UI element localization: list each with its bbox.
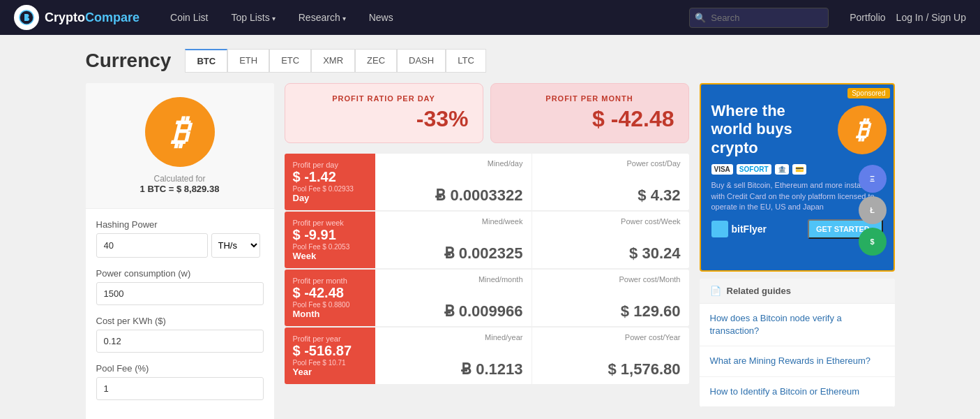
row-year-mined-value: Ƀ 0.1213 [384,360,523,378]
guide-item[interactable]: How does a Bitcoin node verify a transac… [700,304,895,346]
row-week-power: Power cost/Week $ 30.24 [532,212,689,268]
login-link[interactable]: Log In / Sign Up [896,12,966,23]
ad-sponsored-label: Sponsored [847,88,889,98]
cost-per-kwh-label: Cost per KWh ($) [96,316,264,326]
ad-footer: bitFlyer GET STARTED › [711,219,883,239]
calc-value: 1 BTC = $ 8,829.38 [140,184,220,194]
guide-item[interactable]: What are Mining Rewards in Ethereum? [700,346,895,376]
table-row: Profit per month $ -42.48 Pool Fee $ 0.8… [285,270,689,326]
row-week-label: Profit per week $ -9.91 Pool Fee $ 0.205… [285,212,375,268]
row-month-fee: Pool Fee $ 0.8800 [293,301,350,309]
row-week-mined: Mined/week Ƀ 0.002325 [375,212,532,268]
other-coin: $ [859,228,887,256]
row-month-power-label: Power cost/Month [541,275,681,284]
row-day-power: Power cost/Day $ 4.32 [532,154,689,210]
sofort-icon: SOFORT [737,164,771,175]
research-chevron [342,12,346,23]
hashing-power-group: Hashing Power TH/s GH/s MH/s [96,219,264,258]
currency-header: Currency BTC ETH ETC XMR ZEC DASH LTC [86,49,895,73]
navbar: CryptoCompare Coin List Top Lists Resear… [0,0,980,35]
search-container: 🔍 [689,8,829,28]
row-day-profit-label: Profit per day [293,161,338,169]
calc-for-label: Calculated for [153,174,205,184]
cost-per-kwh-input[interactable] [96,330,264,353]
row-day-mined: Mined/day Ƀ 0.0003322 [375,154,532,210]
nav-right: Portfolio Log In / Sign Up [850,12,966,23]
row-year-period: Year [293,367,312,377]
pool-fee-input[interactable] [96,377,264,400]
form-section: Hashing Power TH/s GH/s MH/s Power consu… [86,209,274,419]
search-input[interactable] [689,8,829,28]
power-consumption-group: Power consumption (w) [96,268,264,305]
row-month-profit-label: Profit per month [293,277,347,285]
tab-xmr[interactable]: XMR [311,49,355,73]
page-content: Currency BTC ETH ETC XMR ZEC DASH LTC ₿ … [72,35,909,419]
table-row: Profit per year $ -516.87 Pool Fee $ 10.… [285,328,689,384]
bank-icon: 🏦 [775,164,789,175]
row-year-power-label: Power cost/Year [541,333,681,341]
row-month-power: Power cost/Month $ 129.60 [532,270,689,326]
nav-items: Coin List Top Lists Research News [160,6,403,29]
nav-news[interactable]: News [359,6,403,29]
hashing-power-label: Hashing Power [96,219,264,230]
visa-icon: VISA [711,164,733,175]
row-week-power-label: Power cost/Week [541,217,681,226]
row-day-mined-value: Ƀ 0.0003322 [384,186,523,205]
tab-etc[interactable]: ETC [269,49,311,73]
tab-zec[interactable]: ZEC [355,49,397,73]
row-month-period: Month [293,309,320,319]
profit-month-label: PROFIT PER MONTH [505,94,674,103]
row-year-profit-value: $ -516.87 [293,343,352,359]
power-consumption-input[interactable] [96,282,264,305]
guide-item[interactable]: How to Identify a Bitcoin or Ethereum [700,377,895,407]
row-month-mined: Mined/month Ƀ 0.009966 [375,270,532,326]
tab-dash[interactable]: DASH [397,49,446,73]
left-panel: ₿ Calculated for 1 BTC = $ 8,829.38 Hash… [86,83,274,419]
portfolio-link[interactable]: Portfolio [850,12,885,23]
middle-panel: PROFIT RATIO PER DAY -33% PROFIT PER MON… [285,83,689,419]
row-day-fee: Pool Fee $ 0.02933 [293,185,354,193]
profit-month-value: $ -42.48 [505,106,674,132]
coin-display: ₿ Calculated for 1 BTC = $ 8,829.38 [86,83,274,209]
ad-box: Sponsored Where the world buys crypto ₿ … [700,83,895,272]
row-day-mined-label: Mined/day [384,159,523,168]
tab-ltc[interactable]: LTC [446,49,486,73]
search-wrap: 🔍 [689,8,829,28]
row-year-label: Profit per year $ -516.87 Pool Fee $ 10.… [285,328,375,384]
right-panel: Sponsored Where the world buys crypto ₿ … [700,83,895,419]
bitflyer-logo-text: bitFlyer [732,223,767,235]
row-day-label: Profit per day $ -1.42 Pool Fee $ 0.0293… [285,154,375,210]
nav-coin-list[interactable]: Coin List [160,6,218,29]
hashing-power-row: TH/s GH/s MH/s [96,233,264,258]
row-month-profit-value: $ -42.48 [293,285,344,301]
bitflyer-brand: bitFlyer [711,221,767,237]
row-month-mined-label: Mined/month [384,275,523,284]
card-icon: 💳 [792,164,806,175]
document-icon: 📄 [710,286,721,296]
nav-top-lists[interactable]: Top Lists [222,6,285,29]
row-week-profit-value: $ -9.91 [293,227,336,243]
ltc-coin: Ł [859,196,887,224]
row-week-mined-label: Mined/week [384,217,523,226]
nav-research[interactable]: Research [289,6,356,29]
row-day-profit-value: $ -1.42 [293,169,336,185]
row-year-profit-label: Profit per year [293,335,341,343]
tab-btc[interactable]: BTC [185,49,227,73]
profit-summary: PROFIT RATIO PER DAY -33% PROFIT PER MON… [285,83,689,143]
row-week-fee: Pool Fee $ 0.2053 [293,243,350,251]
row-year-mined-label: Mined/year [384,333,523,341]
row-year-power-value: $ 1,576.80 [541,360,681,378]
tab-eth[interactable]: ETH [227,49,269,73]
brand-logo[interactable]: CryptoCompare [14,5,140,30]
row-year-fee: Pool Fee $ 10.71 [293,359,346,367]
hashing-unit-select[interactable]: TH/s GH/s MH/s [211,233,260,258]
ad-payment-row: VISA SOFORT 🏦 💳 [711,164,883,175]
related-guides-header: 📄 Related guides [700,279,895,304]
table-row: Profit per day $ -1.42 Pool Fee $ 0.0293… [285,154,689,210]
related-guides: 📄 Related guides How does a Bitcoin node… [700,279,895,407]
row-day-power-label: Power cost/Day [541,159,681,168]
row-year-mined: Mined/year Ƀ 0.1213 [375,328,532,384]
hashing-power-input[interactable] [96,233,208,258]
bitflyer-logo-icon [711,221,728,237]
row-month-label: Profit per month $ -42.48 Pool Fee $ 0.8… [285,270,375,326]
